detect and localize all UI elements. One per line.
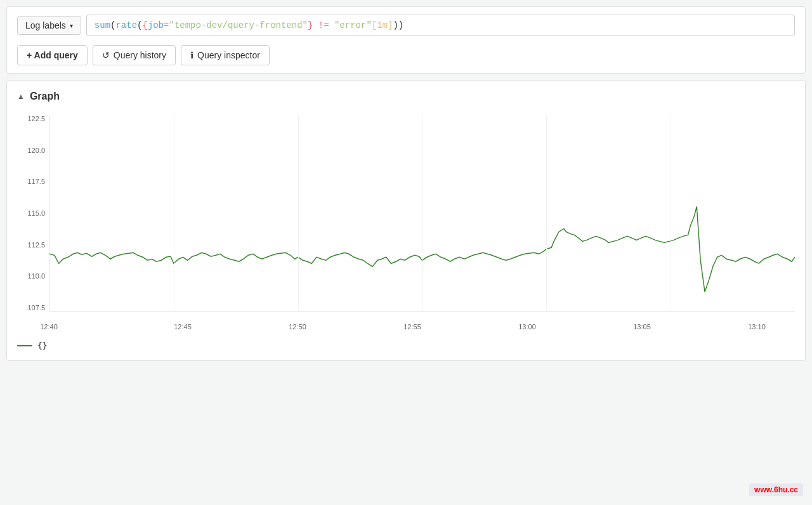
chart-svg-area [49,115,795,312]
legend-label: {} [37,341,48,350]
x-label-2: 12:50 [278,323,317,331]
chart-container: 122.5 120.0 117.5 115.0 112.5 110.0 107.… [17,115,795,331]
log-labels-button[interactable]: Log labels ▾ [17,16,81,35]
y-label-2: 117.5 [27,178,45,185]
x-axis: 12:40 12:45 12:50 12:55 13:00 13:05 13:1… [49,312,795,331]
y-label-1: 120.0 [27,147,45,154]
chevron-down-icon: ▾ [70,22,73,29]
graph-panel: ▲ Graph 122.5 120.0 117.5 115.0 112.5 11… [6,80,806,361]
add-query-label: + Add query [27,50,78,60]
legend-line-color [17,345,32,346]
y-label-4: 112.5 [27,241,45,249]
info-icon: ℹ [190,50,193,60]
x-label-3: 12:55 [393,323,431,331]
y-label-5: 110.0 [27,272,45,280]
y-label-0: 122.5 [27,115,45,122]
query-history-button[interactable]: ↺ Query history [93,45,176,65]
legend-row: {} [17,341,795,350]
collapse-icon[interactable]: ▲ [17,92,25,101]
x-label-0: 12:40 [30,323,68,331]
history-icon: ↺ [102,50,110,60]
y-axis: 122.5 120.0 117.5 115.0 112.5 110.0 107.… [17,115,49,312]
y-label-3: 115.0 [27,209,45,217]
syntax-func: sum [95,20,110,30]
y-label-6: 107.5 [27,304,45,312]
x-label-5: 13:05 [623,323,661,331]
x-label-1: 12:45 [164,323,202,331]
query-inspector-button[interactable]: ℹ Query inspector [181,45,270,65]
query-history-label: Query history [114,50,166,60]
query-input[interactable]: sum(rate({job="tempo-dev/query-frontend"… [86,15,795,36]
x-label-6: 13:10 [738,323,776,331]
log-labels-label: Log labels [25,20,66,30]
graph-title: Graph [30,91,60,102]
add-query-button[interactable]: + Add query [17,45,88,65]
x-label-4: 13:00 [508,323,546,331]
query-inspector-label: Query inspector [197,50,260,60]
